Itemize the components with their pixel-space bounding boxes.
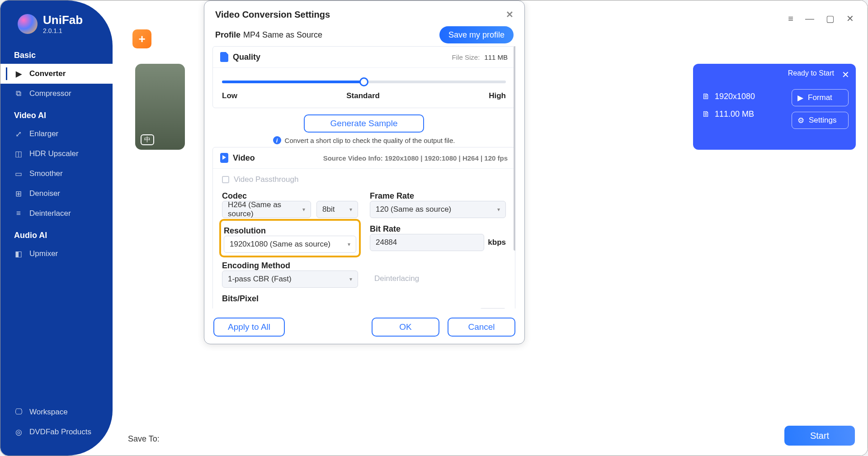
video-icon bbox=[220, 153, 228, 163]
modal-backdrop: Video Conversion Settings ✕ ProfileMP4 S… bbox=[0, 0, 868, 456]
encoding-select[interactable]: 1-pass CBR (Fast)▾ bbox=[222, 271, 358, 288]
modal-close-icon[interactable]: ✕ bbox=[506, 9, 514, 20]
cancel-button[interactable]: Cancel bbox=[448, 318, 515, 337]
quality-standard-label: Standard bbox=[346, 91, 380, 100]
codec-select[interactable]: H264 (Same as source)▾ bbox=[222, 201, 311, 218]
resolution-select[interactable]: 1920x1080 (Same as source)▾ bbox=[224, 236, 356, 253]
bitrate-input[interactable]: 24884 bbox=[370, 234, 484, 251]
encoding-label: Encoding Method bbox=[222, 261, 358, 271]
bitrate-unit: kbps bbox=[488, 238, 506, 247]
checkbox-icon bbox=[222, 176, 229, 183]
bitspixel-input[interactable]: 0.13▲▼ bbox=[480, 308, 506, 309]
quality-high-label: High bbox=[489, 91, 506, 100]
bitrate-label: Bit Rate bbox=[370, 224, 506, 234]
bitdepth-select[interactable]: 8bit▾ bbox=[316, 201, 358, 218]
chevron-down-icon: ▾ bbox=[497, 206, 500, 213]
generate-sample-button[interactable]: Generate Sample bbox=[304, 114, 424, 133]
quality-section: Quality File Size:111 MB Low Standard Hi… bbox=[212, 46, 515, 108]
quality-heading: Quality bbox=[233, 52, 260, 62]
quality-slider[interactable] bbox=[222, 81, 506, 83]
profile-label: ProfileMP4 Same as Source bbox=[215, 30, 322, 40]
video-section: Video Source Video Info: 1920x1080 | 192… bbox=[212, 147, 515, 309]
info-icon: i bbox=[273, 136, 281, 144]
save-profile-button[interactable]: Save my profile bbox=[439, 26, 514, 43]
resolution-highlight: Resolution 1920x1080 (Same as source)▾ bbox=[219, 219, 361, 257]
codec-label: Codec bbox=[222, 191, 358, 201]
doc-icon bbox=[220, 52, 228, 62]
filesize-readout: File Size:111 MB bbox=[452, 53, 508, 61]
bitspixel-label: Bits/Pixel bbox=[222, 294, 506, 304]
resolution-label: Resolution bbox=[224, 226, 356, 236]
framerate-select[interactable]: 120 (Same as source)▾ bbox=[370, 201, 506, 218]
apply-to-all-button[interactable]: Apply to All bbox=[213, 318, 285, 337]
slider-thumb[interactable] bbox=[359, 77, 368, 86]
source-video-info: Source Video Info: 1920x1080 | 1920:1080… bbox=[323, 154, 508, 162]
modal-title: Video Conversion Settings bbox=[215, 10, 330, 20]
video-conversion-settings-modal: Video Conversion Settings ✕ ProfileMP4 S… bbox=[204, 0, 525, 344]
video-passthrough-checkbox[interactable]: Video Passthrough bbox=[222, 175, 506, 184]
quality-low-label: Low bbox=[222, 91, 237, 100]
video-heading: Video bbox=[233, 153, 255, 163]
chevron-down-icon: ▾ bbox=[349, 276, 352, 282]
ok-button[interactable]: OK bbox=[372, 318, 439, 337]
chevron-down-icon: ▾ bbox=[349, 206, 352, 213]
framerate-label: Frame Rate bbox=[370, 191, 506, 201]
chevron-down-icon: ▾ bbox=[348, 241, 350, 247]
deinterlacing-checkbox[interactable]: Deinterlacing bbox=[370, 270, 506, 287]
chevron-down-icon: ▾ bbox=[302, 206, 305, 213]
sample-hint: i Convert a short clip to check the qual… bbox=[212, 136, 515, 147]
